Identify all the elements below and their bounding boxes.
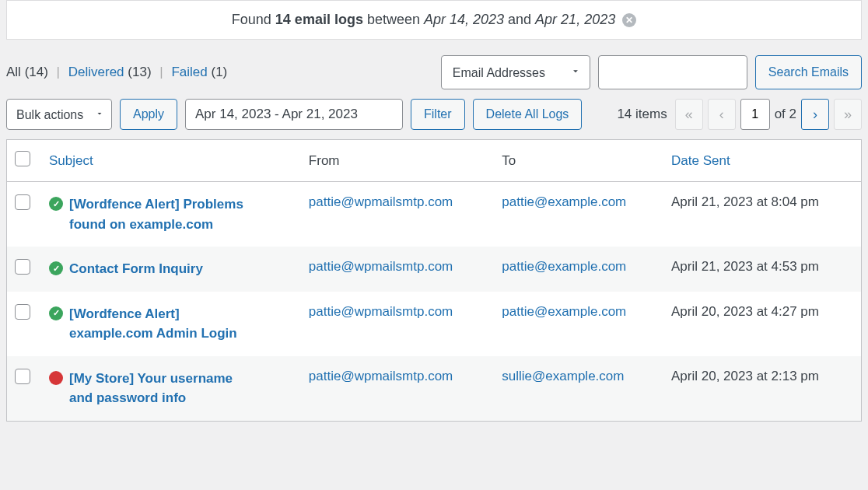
to-email[interactable]: sullie@example.com — [502, 369, 624, 383]
delete-all-logs-button[interactable]: Delete All Logs — [473, 99, 583, 130]
subject-link[interactable]: [My Store] Your username and password in… — [69, 369, 248, 408]
col-to: To — [494, 140, 663, 182]
notice-between: between — [363, 12, 424, 27]
notice-to-date: Apr 21, 2023 — [535, 12, 615, 27]
row-checkbox[interactable] — [15, 259, 30, 275]
table-row: ✓Contact Form Inquirypattie@wpmailsmtp.c… — [7, 247, 861, 292]
close-icon[interactable]: ✕ — [622, 13, 636, 27]
row-checkbox[interactable] — [15, 194, 30, 210]
from-email[interactable]: pattie@wpmailsmtp.com — [309, 369, 453, 383]
pagination: « ‹ of 2 › » — [675, 99, 862, 130]
page-of-label: of 2 — [775, 107, 796, 122]
notice-from-date: Apr 14, 2023 — [424, 12, 504, 27]
col-date-sent[interactable]: Date Sent — [663, 140, 861, 182]
to-email[interactable]: pattie@example.com — [502, 259, 626, 274]
apply-button[interactable]: Apply — [120, 99, 177, 130]
row-checkbox[interactable] — [15, 369, 30, 384]
search-emails-button[interactable]: Search Emails — [755, 55, 862, 89]
from-email[interactable]: pattie@wpmailsmtp.com — [309, 304, 453, 319]
col-subject[interactable]: Subject — [41, 140, 301, 182]
row-checkbox[interactable] — [15, 304, 30, 320]
tab-failed-count: (1) — [211, 65, 227, 79]
notice-count: 14 email logs — [275, 12, 363, 27]
subject-link[interactable]: Contact Form Inquiry — [69, 259, 203, 279]
last-page-button[interactable]: » — [834, 99, 862, 130]
status-tabs: All (14) | Delivered (13) | Failed (1) — [6, 65, 227, 80]
to-email[interactable]: pattie@example.com — [502, 304, 626, 319]
tab-delivered[interactable]: Delivered — [68, 65, 124, 79]
col-from: From — [301, 140, 494, 182]
table-row: [My Store] Your username and password in… — [7, 356, 861, 421]
tab-all[interactable]: All — [6, 65, 21, 79]
date-sent-cell: April 20, 2023 at 2:13 pm — [663, 356, 861, 421]
email-log-table: Subject From To Date Sent ✓[Wordfence Al… — [6, 139, 862, 422]
prev-page-button[interactable]: ‹ — [708, 99, 736, 130]
tab-delivered-count: (13) — [128, 65, 151, 79]
to-email[interactable]: pattie@example.com — [502, 194, 626, 209]
check-circle-icon: ✓ — [49, 306, 63, 320]
notice-prefix: Found — [232, 12, 275, 27]
items-count: 14 items — [617, 107, 667, 122]
search-input[interactable] — [598, 55, 747, 89]
check-circle-icon: ✓ — [49, 197, 63, 211]
from-email[interactable]: pattie@wpmailsmtp.com — [309, 259, 453, 274]
search-type-select[interactable]: Email Addresses — [441, 55, 590, 89]
filter-notice: Found 14 email logs between Apr 14, 2023… — [6, 0, 862, 40]
select-all-checkbox[interactable] — [15, 151, 30, 166]
bulk-actions-select[interactable]: Bulk actions — [6, 99, 112, 130]
tab-all-count: (14) — [25, 65, 48, 79]
notice-and: and — [504, 12, 535, 27]
table-row: ✓[Wordfence Alert] example.com Admin Log… — [7, 292, 861, 356]
date-sent-cell: April 21, 2023 at 4:53 pm — [663, 247, 861, 292]
date-sent-cell: April 21, 2023 at 8:04 pm — [663, 182, 861, 247]
check-circle-icon: ✓ — [49, 261, 63, 275]
current-page-input[interactable] — [740, 99, 770, 130]
subject-link[interactable]: [Wordfence Alert] example.com Admin Logi… — [69, 304, 248, 344]
table-row: ✓[Wordfence Alert] Problems found on exa… — [7, 182, 861, 247]
tab-failed[interactable]: Failed — [171, 65, 207, 79]
subject-link[interactable]: [Wordfence Alert] Problems found on exam… — [69, 194, 248, 234]
date-range-input[interactable] — [185, 99, 403, 130]
filter-button[interactable]: Filter — [411, 99, 465, 130]
first-page-button[interactable]: « — [675, 99, 703, 130]
next-page-button[interactable]: › — [801, 99, 829, 130]
error-circle-icon — [49, 371, 63, 385]
from-email[interactable]: pattie@wpmailsmtp.com — [309, 194, 453, 209]
date-sent-cell: April 20, 2023 at 4:27 pm — [663, 292, 861, 356]
